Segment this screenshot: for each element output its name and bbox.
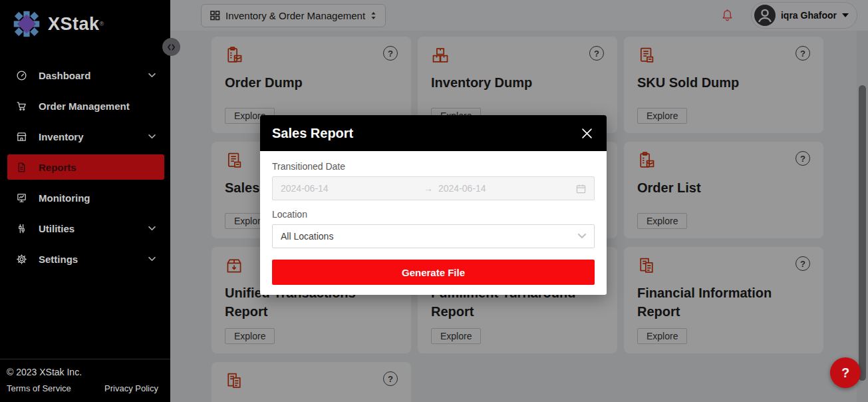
chevron-down-icon [578, 234, 586, 239]
sidebar-item-label: Monitoring [39, 192, 90, 204]
range-arrow-icon: → [418, 183, 438, 194]
sidebar-item-utilities[interactable]: Utilities [7, 216, 164, 241]
date-range-input[interactable]: 2024-06-14 → 2024-06-14 [272, 176, 595, 200]
sidebar-item-monitoring[interactable]: Monitoring [7, 185, 164, 210]
chevron-down-icon [148, 257, 156, 262]
sidebar-item-dashboard[interactable]: Dashboard [7, 63, 164, 88]
terms-of-service-link[interactable]: Terms of Service [7, 383, 71, 393]
store-icon [16, 131, 27, 142]
collapse-arrows-icon [167, 44, 176, 51]
help-button[interactable]: ? [830, 357, 861, 388]
sidebar-item-label: Settings [39, 254, 78, 265]
close-icon [582, 128, 592, 138]
sidebar: XStak® Dashboard Order Management Invent… [0, 0, 170, 402]
logo-text: XStak® [48, 9, 104, 39]
sidebar-item-inventory[interactable]: Inventory [7, 124, 164, 149]
end-date-value[interactable]: 2024-06-14 [438, 183, 576, 194]
chevron-down-icon [148, 134, 156, 139]
chevron-down-icon [148, 226, 156, 231]
location-label: Location [272, 209, 595, 220]
sidebar-item-label: Dashboard [39, 70, 90, 81]
copyright-text: © 2023 XStak Inc. [7, 367, 158, 377]
modal-body: Transitioned Date 2024-06-14 → 2024-06-1… [260, 151, 607, 295]
start-date-value[interactable]: 2024-06-14 [281, 183, 418, 194]
cart-icon [16, 100, 27, 112]
location-select[interactable]: All Locations [272, 224, 595, 248]
location-value: All Locations [281, 231, 333, 242]
speedometer-icon [16, 70, 27, 81]
file-icon [16, 162, 27, 173]
calendar-icon [576, 184, 586, 194]
sidebar-item-order-management[interactable]: Order Management [7, 93, 164, 118]
modal-header: Sales Report [260, 115, 607, 151]
logo: XStak® [0, 0, 170, 48]
sidebar-nav: Dashboard Order Management Inventory Rep… [0, 63, 170, 272]
xstak-logo-icon [12, 9, 41, 39]
chevron-down-icon [148, 73, 156, 78]
sidebar-item-label: Order Management [39, 100, 130, 112]
close-button[interactable] [579, 126, 595, 141]
sidebar-item-label: Reports [39, 162, 76, 173]
monitor-icon [16, 192, 27, 204]
sidebar-item-label: Utilities [39, 223, 74, 234]
sidebar-item-settings[interactable]: Settings [7, 246, 164, 272]
sidebar-item-reports[interactable]: Reports [7, 154, 164, 180]
modal-title: Sales Report [272, 126, 353, 141]
gear-icon [16, 254, 27, 265]
generate-file-button[interactable]: Generate File [272, 260, 595, 285]
transitioned-date-label: Transitioned Date [272, 161, 595, 172]
sales-report-modal: Sales Report Transitioned Date 2024-06-1… [260, 115, 607, 295]
sidebar-footer: © 2023 XStak Inc. Terms of Service Priva… [0, 359, 170, 402]
sidebar-item-label: Inventory [39, 131, 84, 142]
sidebar-collapse-button[interactable] [162, 38, 180, 56]
privacy-policy-link[interactable]: Privacy Policy [104, 383, 158, 393]
sliders-icon [16, 223, 27, 234]
